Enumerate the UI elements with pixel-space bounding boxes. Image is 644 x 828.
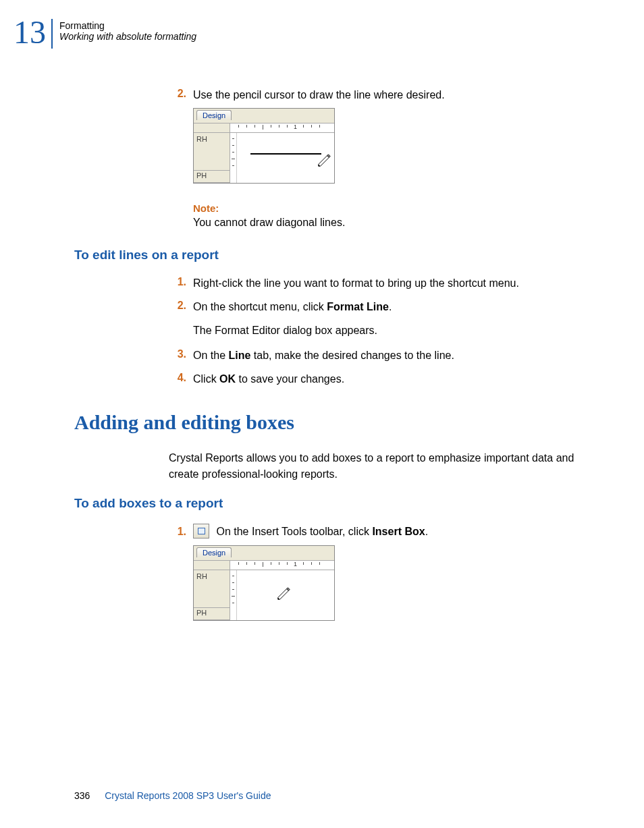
section-rh: RH <box>194 570 230 608</box>
note-block: Note: You cannot draw diagonal lines. <box>193 202 594 229</box>
step-text-bold: OK <box>219 373 236 385</box>
step-text-part: . <box>389 301 392 312</box>
step-text: Click OK to save your changes. <box>193 372 344 387</box>
step-text-part: On the Insert Tools toolbar, click <box>216 526 372 537</box>
note-label: Note: <box>193 202 594 214</box>
step-text-part: . <box>425 526 428 537</box>
ruler-label-1: 1 <box>294 561 297 568</box>
step-text-part: On the <box>193 350 228 361</box>
page-footer: 336 Crystal Reports 2008 SP3 User's Guid… <box>74 790 271 801</box>
footer-title: Crystal Reports 2008 SP3 User's Guide <box>105 790 271 801</box>
step-number: 4. <box>169 372 186 384</box>
step-text-part: Click <box>193 373 219 385</box>
step-row: 1. On the Insert Tools toolbar, click In… <box>169 524 594 540</box>
note-text: You cannot draw diagonal lines. <box>193 217 594 229</box>
chapter-number: 13 <box>14 16 46 49</box>
step-row: 3. On the Line tab, make the desired cha… <box>169 348 594 363</box>
vertical-ruler <box>230 133 237 183</box>
ruler-label-1: 1 <box>294 123 297 130</box>
step-text-bold: Insert Box <box>372 526 425 537</box>
step-row: 1. Right-click the line you want to form… <box>169 276 594 291</box>
section-ph: PH <box>194 608 230 620</box>
design-canvas <box>237 570 334 620</box>
chapter-subtitle: Working with absolute formatting <box>59 31 196 42</box>
step-text-part: On the shortcut menu, click <box>193 301 327 312</box>
chapter-title: Formatting <box>59 20 196 31</box>
design-tab: Design <box>196 110 232 120</box>
step-number: 1. <box>169 524 186 538</box>
drawn-line <box>250 153 321 155</box>
insert-box-icon <box>193 524 209 539</box>
step-text: Use the pencil cursor to draw the line w… <box>193 88 445 103</box>
design-tab: Design <box>196 547 232 557</box>
step-text: On the Line tab, make the desired change… <box>193 348 454 363</box>
design-canvas <box>237 133 334 183</box>
step-text: On the Insert Tools toolbar, click Inser… <box>193 524 428 540</box>
screenshot-draw-line: Design RH PH <box>193 108 594 184</box>
step-text-bold: Line <box>228 350 250 361</box>
step-subtext: The Format Editor dialog box appears. <box>193 323 594 339</box>
step-text-part: Right-click the line you want to format … <box>193 277 519 289</box>
step-number: 2. <box>169 300 186 312</box>
step-text: On the shortcut menu, click Format Line. <box>193 300 392 314</box>
heading-adding-boxes: Adding and editing boxes <box>74 411 594 434</box>
paragraph: Crystal Reports allows you to add boxes … <box>169 450 594 482</box>
step-number: 3. <box>169 348 186 360</box>
chapter-text-block: Formatting Working with absolute formatt… <box>59 16 196 42</box>
vertical-ruler <box>230 570 237 620</box>
header-divider <box>51 19 53 49</box>
step-text-bold: Format Line <box>327 301 389 312</box>
horizontal-ruler: 1 <box>230 123 334 133</box>
horizontal-ruler: 1 <box>230 561 334 570</box>
step-number: 2. <box>169 88 186 100</box>
heading-edit-lines: To edit lines on a report <box>74 248 594 263</box>
pencil-cursor-icon <box>317 153 331 168</box>
step-row: 4. Click OK to save your changes. <box>169 372 594 387</box>
step-text: Right-click the line you want to format … <box>193 276 519 291</box>
section-ph: PH <box>194 171 230 183</box>
step-text-part: to save your changes. <box>236 373 344 385</box>
screenshot-insert-box: Design RH PH <box>193 545 594 621</box>
step-row: 2. On the shortcut menu, click Format Li… <box>169 300 594 314</box>
page-header: 13 Formatting Working with absolute form… <box>14 16 196 49</box>
step-row: 2. Use the pencil cursor to draw the lin… <box>169 88 594 103</box>
page-number: 336 <box>74 790 90 801</box>
section-rh: RH <box>194 133 230 171</box>
heading-add-boxes: To add boxes to a report <box>74 496 594 511</box>
step-text-part: tab, make the desired changes to the lin… <box>250 350 454 361</box>
pencil-cursor-icon <box>276 586 291 601</box>
step-number: 1. <box>169 276 186 288</box>
